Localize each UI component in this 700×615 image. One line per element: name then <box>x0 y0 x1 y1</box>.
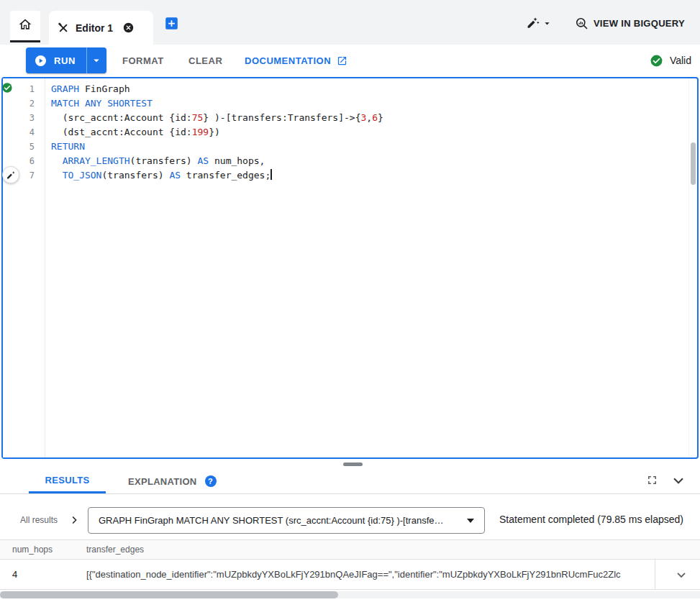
results-table-header: num_hops transfer_edges <box>0 539 700 560</box>
code-segment: } <box>378 112 383 123</box>
code-segment: AS <box>198 155 209 166</box>
code-segment: 199 <box>192 127 209 137</box>
results-tab-bar: RESULTS EXPLANATION <box>0 469 700 494</box>
fullscreen-icon[interactable] <box>645 473 660 488</box>
query-result-selector[interactable]: GRAPH FinGraph MATCH ANY SHORTEST (src_a… <box>88 507 485 534</box>
play-circle-icon <box>34 54 47 68</box>
line-number: 7 <box>29 168 35 183</box>
format-label: FORMAT <box>122 55 164 66</box>
sql-editor[interactable]: 1234567 GRAPH FinGraphMATCH ANY SHORTEST… <box>1 77 699 459</box>
open-in-new-icon <box>337 55 347 66</box>
code-line: ARRAY_LENGTH(transfers) AS num_hops, <box>51 154 686 168</box>
tab-editor-1[interactable]: Editor 1 <box>49 11 153 45</box>
editor-tab-label: Editor 1 <box>76 22 113 34</box>
code-line: TO_JSON(transfers) AS transfer_edges; <box>51 168 686 183</box>
format-button[interactable]: FORMAT <box>122 47 164 73</box>
panel-resize-handle[interactable] <box>343 463 363 466</box>
all-results-label: All results <box>20 515 58 525</box>
code-segment: num_hops, <box>209 155 265 166</box>
view-in-bigquery-button[interactable]: VIEW IN BIGQUERY <box>575 15 685 31</box>
table-row: 4 [{"destination_node_identifier":"mUZpb… <box>0 560 700 590</box>
dropdown-caret-icon <box>467 519 474 523</box>
cell-num-hops: 4 <box>0 560 74 589</box>
code-segment: ARRAY_LENGTH <box>63 155 130 166</box>
documentation-link[interactable]: DOCUMENTATION <box>245 47 347 73</box>
results-tab-label: RESULTS <box>45 475 90 486</box>
scrollbar-thumb[interactable] <box>0 591 338 598</box>
query-status: Valid <box>650 47 691 73</box>
code-segment: AS <box>169 170 181 181</box>
magic-wand-icon <box>526 17 540 30</box>
code-segment <box>51 155 63 166</box>
code-segment: } )-[transfers:Transfers]->{ <box>203 112 360 123</box>
code-line: (src_accnt:Account {id:75} )-[transfers:… <box>51 111 686 125</box>
line-number: 1 <box>29 82 35 96</box>
bigquery-magnifier-icon <box>575 17 588 30</box>
column-header-transfer-edges: transfer_edges <box>74 545 144 555</box>
code-segment: MATCH ANY SHORTEST <box>51 98 153 109</box>
code-segment: transfer_edges; <box>181 170 271 181</box>
horizontal-scrollbar[interactable] <box>0 591 700 598</box>
tab-explanation[interactable]: EXPLANATION <box>117 469 228 493</box>
code-segment: 75 <box>192 112 204 123</box>
chevron-right-icon[interactable] <box>68 514 81 527</box>
valid-label: Valid <box>670 55 691 66</box>
add-box-icon <box>164 16 179 31</box>
column-header-num-hops: num_hops <box>0 545 74 555</box>
magic-pen-icon <box>6 170 16 180</box>
line-number: 2 <box>29 96 35 111</box>
tab-strip: Editor 1 <box>0 0 700 45</box>
explanation-tab-label: EXPLANATION <box>128 476 197 487</box>
expand-row-icon[interactable] <box>674 568 688 582</box>
code-line: GRAPH FinGraph <box>51 82 686 96</box>
code-segment: FinGraph <box>79 83 129 94</box>
valid-check-icon <box>650 54 663 68</box>
code-segment: RETURN <box>51 141 85 152</box>
clear-label: CLEAR <box>188 55 222 66</box>
selected-query-text: GRAPH FinGraph MATCH ANY SHORTEST (src_a… <box>99 515 460 526</box>
run-button[interactable]: RUN <box>26 47 87 73</box>
help-icon[interactable] <box>205 475 217 487</box>
construction-icon <box>58 22 69 34</box>
line-number: 3 <box>29 111 35 125</box>
code-line: (dst_accnt:Account {id:199}) <box>51 125 686 140</box>
home-icon <box>18 17 32 35</box>
code-segment: }) <box>209 127 220 137</box>
run-options-button[interactable] <box>87 47 106 73</box>
collapse-panel-icon[interactable] <box>671 473 686 488</box>
line-valid-check-icon <box>1 82 13 94</box>
close-editor-tab-icon[interactable] <box>122 22 135 34</box>
code-line: MATCH ANY SHORTEST <box>51 96 686 111</box>
code-segment: (transfers) <box>101 170 169 181</box>
code-segment: (src_accnt:Account {id: <box>51 112 192 123</box>
code-line: RETURN <box>51 140 686 154</box>
statement-status: Statement completed (79.85 ms elapsed) <box>499 514 683 525</box>
new-tab-button[interactable] <box>164 16 179 31</box>
line-number: 5 <box>29 140 35 154</box>
scrollbar-thumb[interactable] <box>691 142 696 185</box>
code-area[interactable]: GRAPH FinGraphMATCH ANY SHORTEST (src_ac… <box>51 82 686 183</box>
documentation-label: DOCUMENTATION <box>245 55 331 66</box>
view-in-bigquery-label: VIEW IN BIGQUERY <box>594 18 685 29</box>
line-number: 4 <box>29 125 35 140</box>
gemini-assist-button[interactable] <box>2 166 19 183</box>
cell-transfer-edges: [{"destination_node_identifier":"mUZpbkd… <box>74 560 655 589</box>
bigquery-editor-page: Editor 1 <box>0 0 700 615</box>
clear-button[interactable]: CLEAR <box>188 47 222 73</box>
run-split-button[interactable]: RUN <box>26 47 106 73</box>
code-segment: (transfers) <box>130 155 198 166</box>
editor-vertical-scrollbar[interactable] <box>688 78 697 457</box>
run-label: RUN <box>54 55 76 66</box>
chevron-down-icon <box>90 54 103 67</box>
code-segment: TO_JSON <box>63 170 102 181</box>
tab-results[interactable]: RESULTS <box>29 469 106 493</box>
text-cursor <box>271 169 272 180</box>
home-tab-button[interactable] <box>10 11 40 42</box>
line-numbers: 1234567 <box>29 82 35 183</box>
editor-gutter: 1234567 <box>3 78 45 457</box>
code-segment <box>51 170 63 181</box>
code-segment: , <box>366 112 372 123</box>
code-segment: GRAPH <box>51 83 79 94</box>
code-segment: (dst_accnt:Account {id: <box>51 127 192 137</box>
assist-menu-button[interactable] <box>526 14 553 32</box>
